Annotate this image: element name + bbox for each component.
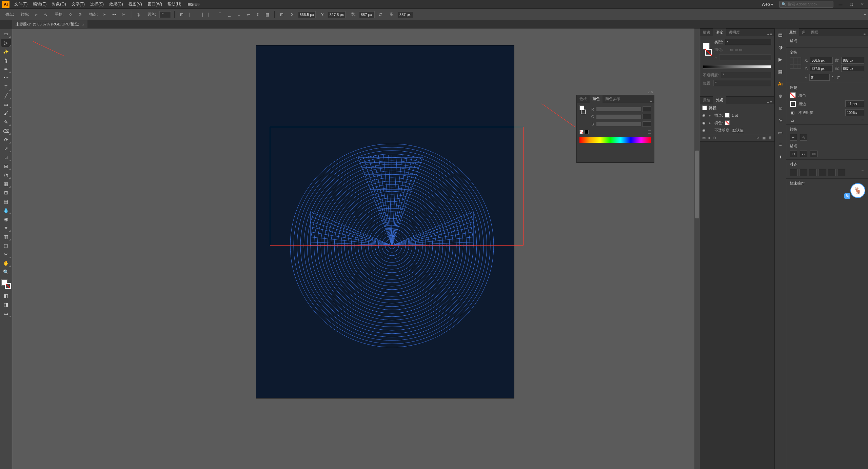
- spectrum-bar[interactable]: [579, 137, 651, 143]
- links-icon[interactable]: ⎚: [777, 104, 784, 112]
- r-value[interactable]: [643, 106, 651, 112]
- gradient-type-select[interactable]: ▾: [725, 39, 771, 45]
- screen-mode-icon[interactable]: ▭: [1, 309, 11, 317]
- minimize-button[interactable]: —: [837, 2, 844, 7]
- clear-icon[interactable]: ⊘: [756, 136, 760, 140]
- handle-show-icon[interactable]: ⊹: [67, 11, 74, 18]
- prop-stroke-swatch[interactable]: [790, 101, 796, 107]
- remove-anchor-btn[interactable]: ✂: [790, 151, 797, 157]
- flip-h-icon[interactable]: ⇋: [832, 75, 835, 80]
- flip-v-icon[interactable]: ⇵: [837, 75, 840, 80]
- stroke-icon2[interactable]: ≡: [777, 141, 784, 149]
- perspective-tool[interactable]: ▦: [1, 180, 11, 188]
- b-slider[interactable]: [596, 122, 641, 126]
- tab-appearance[interactable]: 外观: [713, 96, 726, 104]
- rectangle-tool[interactable]: ▭: [1, 100, 11, 109]
- color-panel[interactable]: « ✕ 色板 颜色 颜色参考 ≡ R G B: [576, 95, 654, 163]
- symbols-icon[interactable]: ⊛: [777, 92, 784, 100]
- tab-stroke[interactable]: 描边: [700, 28, 713, 36]
- artboards-icon[interactable]: ✦: [777, 153, 784, 161]
- search-input[interactable]: 🔍 搜索 Adobe Stock: [779, 1, 833, 8]
- isolate-icon[interactable]: ◎: [135, 11, 142, 18]
- magic-wand-tool[interactable]: ✨: [1, 47, 11, 56]
- convert-smooth-icon[interactable]: ∿: [42, 11, 50, 18]
- stock-icon[interactable]: St: [191, 2, 194, 6]
- g-slider[interactable]: [596, 115, 641, 119]
- b-value[interactable]: [643, 121, 651, 127]
- cut-path-icon[interactable]: ✄: [120, 11, 127, 18]
- prop-h[interactable]: 887 px: [841, 65, 864, 72]
- fill-stroke-mini[interactable]: [579, 105, 586, 118]
- fill-color[interactable]: [725, 120, 730, 125]
- line-tool[interactable]: ╱: [1, 92, 11, 100]
- libraries-icon[interactable]: ▤: [777, 31, 784, 39]
- align-left[interactable]: [790, 169, 798, 176]
- x-field[interactable]: 566.5 px: [298, 11, 316, 18]
- tab-layers[interactable]: 图层: [808, 28, 821, 36]
- symbol-sprayer-tool[interactable]: ✴: [1, 224, 11, 232]
- more-options-icon[interactable]: ⋯: [861, 169, 864, 176]
- shape-builder-tool[interactable]: ◔: [1, 171, 11, 179]
- asset-export-icon[interactable]: ⇲: [777, 117, 784, 124]
- align-t-icon[interactable]: ⎺: [216, 11, 223, 18]
- panel-menu-icon[interactable]: » ≡: [765, 100, 774, 104]
- control-collapse-icon[interactable]: ›: [863, 14, 867, 15]
- align-to-icon[interactable]: ▦: [263, 11, 271, 18]
- transform-anchor-icon[interactable]: ⊡: [278, 11, 285, 18]
- canvas[interactable]: [12, 28, 700, 469]
- stroke-weight-value[interactable]: 1 pt: [732, 113, 738, 117]
- selection-tool[interactable]: ▭: [1, 30, 11, 38]
- prop-y[interactable]: 827.5 px: [810, 65, 833, 72]
- dist-v-icon[interactable]: ⇕: [254, 11, 261, 18]
- h-field[interactable]: 887 px: [398, 11, 413, 18]
- angle-field[interactable]: [719, 54, 771, 60]
- convert-corner-icon[interactable]: ⌐: [33, 11, 40, 18]
- handle-hide-icon[interactable]: ⊘: [76, 11, 84, 18]
- delete-icon[interactable]: 🗑: [768, 136, 772, 140]
- panel-close-icon[interactable]: « ✕: [648, 91, 653, 94]
- workspace-switcher[interactable]: Web ▾: [759, 1, 776, 8]
- prop-rotate[interactable]: 0°: [809, 74, 830, 81]
- hand-tool[interactable]: ✋: [1, 259, 11, 267]
- align-b-icon[interactable]: ⎽: [235, 11, 242, 18]
- panel-menu-icon[interactable]: » ≡: [765, 32, 774, 36]
- maximize-button[interactable]: ▢: [848, 2, 855, 7]
- draw-mode-icon[interactable]: ◨: [1, 300, 11, 309]
- none-swatch[interactable]: [579, 130, 584, 134]
- menu-type[interactable]: 文字(T): [69, 0, 87, 8]
- menu-window[interactable]: 窗口(W): [145, 0, 165, 8]
- opacity-row-value[interactable]: 默认值: [732, 128, 744, 133]
- menu-object[interactable]: 对象(O): [49, 0, 68, 8]
- align-c-icon[interactable]: ⎹: [197, 11, 204, 18]
- tab-colorguide[interactable]: 颜色参考: [603, 95, 623, 103]
- close-button[interactable]: ✕: [859, 2, 866, 7]
- r-slider[interactable]: [596, 107, 641, 111]
- direct-selection-tool[interactable]: ▷: [1, 39, 11, 47]
- tab-transparency[interactable]: 透明度: [726, 28, 743, 36]
- link-wh-icon[interactable]: ⇵: [377, 11, 384, 18]
- dist-h-icon[interactable]: ⇔: [244, 11, 252, 18]
- shaper-tool[interactable]: ✎: [1, 118, 11, 126]
- tab-properties[interactable]: 属性: [786, 28, 799, 36]
- prop-opacity[interactable]: 100% ▸: [845, 109, 864, 116]
- artboard-tool[interactable]: ▢: [1, 241, 11, 250]
- remove-anchor-icon[interactable]: ✂: [101, 11, 108, 18]
- arrange-icon[interactable]: ⊞: [194, 2, 197, 6]
- document-tab[interactable]: 未标题-1* @ 66.67% (RGB/GPU 预览) ×: [12, 20, 87, 28]
- appearance-panel[interactable]: 属性 外观 » ≡ 路径 ◉▸描边:1 pt ◉▸填色: ◉不透明度:默认值 ▭…: [700, 96, 774, 142]
- prop-fill-swatch[interactable]: [790, 92, 796, 98]
- lasso-tool[interactable]: ġ: [1, 56, 11, 64]
- eraser-tool[interactable]: ⌫: [1, 127, 11, 135]
- brushes-icon[interactable]: ▶: [777, 56, 784, 63]
- stroke-color[interactable]: [725, 113, 730, 118]
- scale-tool[interactable]: ⤢: [1, 144, 11, 153]
- expand-icon[interactable]: ▸: [709, 113, 712, 118]
- tab-swatches[interactable]: 色板: [577, 95, 590, 103]
- connect-anchor-btn[interactable]: ⊶: [800, 151, 807, 157]
- prop-stroke-weight[interactable]: ⌃ 1 pt ▾: [845, 100, 864, 107]
- more-options-icon[interactable]: ⋯: [861, 75, 864, 80]
- cut-anchor-btn[interactable]: ✄: [810, 151, 817, 157]
- add-stroke-icon[interactable]: ▭: [702, 136, 706, 140]
- g-value[interactable]: [643, 114, 651, 119]
- swatches-icon[interactable]: ▦: [777, 68, 784, 75]
